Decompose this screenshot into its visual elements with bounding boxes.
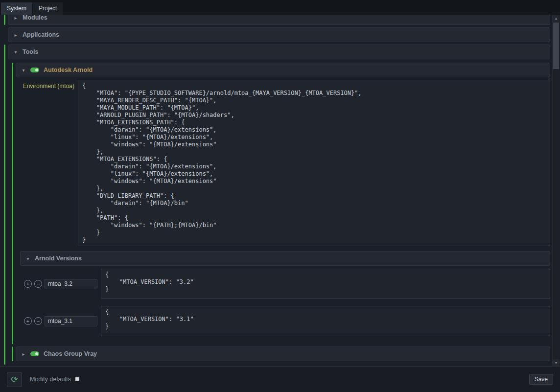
tools-children: ▾ Autodesk Arnold Environment (mtoa) { "… [8,59,550,365]
tab-system[interactable]: System [1,2,32,15]
version-json-editor[interactable]: { "MTOA_VERSION": "3.1" } [101,306,550,336]
enabled-toggle-icon[interactable] [30,351,39,356]
section-header-tools[interactable]: ▾ Tools [8,45,550,59]
section-title: Autodesk Arnold [44,67,93,73]
add-item-button[interactable]: + [24,280,32,288]
section-chaos-group-vray: ▸ Chaos Group Vray [12,346,550,361]
chevron-down-icon: ▾ [13,49,18,55]
section-header-autodesk-arnold[interactable]: ▾ Autodesk Arnold [16,63,550,77]
scroll-down-icon[interactable]: ▼ [553,359,560,366]
version-row: + − { "MTOA_VERSION": "3.1" } [24,306,550,336]
scrollbar-track[interactable] [553,22,560,359]
chevron-down-icon: ▾ [25,256,30,261]
section-title: Applications [23,31,59,38]
section-header-applications[interactable]: ▸ Applications [8,27,550,42]
version-json-editor[interactable]: { "MTOA_VERSION": "3.2" } [101,269,550,299]
refresh-button[interactable]: ⟳ [7,372,22,387]
modified-indicator [4,45,5,365]
tab-project[interactable]: Project [33,2,63,15]
modified-indicator [12,346,13,361]
chevron-right-icon: ▸ [21,351,26,357]
remove-item-button[interactable]: − [34,280,42,288]
chevron-down-icon: ▾ [21,68,26,73]
chevron-right-icon: ▸ [13,32,18,38]
section-applications: ▸ Applications [4,27,550,42]
footer-bar: ⟳ Modify defaults Save [0,366,560,392]
section-header-chaos-group-vray[interactable]: ▸ Chaos Group Vray [16,346,550,361]
enabled-toggle-icon[interactable] [30,68,39,72]
section-title: Modules [23,15,47,21]
section-title: Chaos Group Vray [44,350,97,357]
chevron-right-icon: ▸ [13,15,18,21]
modify-defaults-checkbox[interactable] [75,377,79,381]
scroll-up-icon[interactable]: ▲ [553,15,560,22]
section-autodesk-arnold: ▾ Autodesk Arnold Environment (mtoa) { "… [12,63,550,344]
section-modules: ▸ Modules [4,15,550,25]
version-key-input[interactable] [45,316,97,326]
section-title: Arnold Versions [35,255,82,262]
add-item-button[interactable]: + [24,317,32,325]
section-tools: ▾ Tools ▾ Autodesk Arnold [4,45,550,365]
settings-scroll-area: ▸ Modules ▸ Applications ▾ Tools [0,15,560,366]
modify-defaults-label: Modify defaults [30,376,71,383]
arnold-versions-wrapper: ▾ Arnold Versions + − { "MTOA_VERSION": … [16,250,550,344]
version-key-input[interactable] [45,279,97,289]
version-row: + − { "MTOA_VERSION": "3.2" } [24,269,550,299]
environment-json-editor[interactable]: { "MTOA": "{PYPE_STUDIO_SOFTWARE}/arnold… [78,80,550,246]
modified-indicator [4,27,5,42]
section-title: Tools [23,48,38,55]
tab-bar: System Project [0,0,560,15]
remove-item-button[interactable]: − [34,317,42,325]
vertical-scrollbar[interactable]: ▲ ▼ [552,15,560,366]
section-header-modules[interactable]: ▸ Modules [8,15,550,25]
section-header-arnold-versions[interactable]: ▾ Arnold Versions [20,251,550,266]
modified-indicator [12,63,13,344]
scrollbar-thumb[interactable] [553,23,559,69]
settings-content: ▸ Modules ▸ Applications ▾ Tools [4,15,550,365]
save-button[interactable]: Save [529,374,553,385]
modified-indicator [4,15,5,25]
environment-label: Environment (mtoa) [16,80,74,90]
refresh-icon: ⟳ [11,375,18,384]
environment-row: Environment (mtoa) { "MTOA": "{PYPE_STUD… [16,80,550,246]
